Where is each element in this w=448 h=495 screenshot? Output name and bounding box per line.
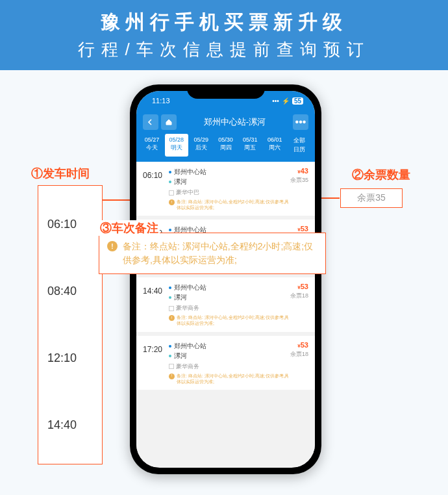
trip-class: 豪华商务	[169, 362, 290, 371]
info-icon: !	[169, 315, 175, 321]
phone-frame: 11:13 ••• ⚡ 55 郑州中心站-漯河 ••• 05/27今天05/28…	[130, 84, 321, 474]
wifi-icon: ⚡	[282, 97, 290, 105]
left-time-item: 06:10	[38, 218, 102, 231]
trip-to: 漯河	[169, 177, 290, 186]
annotation-tickets-left: ②余票数量	[352, 167, 410, 183]
phone-screen: 11:13 ••• ⚡ 55 郑州中心站-漯河 ••• 05/27今天05/28…	[136, 91, 315, 468]
trip-item[interactable]: 17:20 郑州中心站 漯河 豪华商务 !备注: 终点站: 漯河中心站,全程约2…	[136, 336, 315, 390]
annotation-departure-time: ①发车时间	[31, 166, 90, 181]
left-time-item: 08:40	[38, 285, 102, 298]
info-icon: !	[169, 199, 175, 205]
nav-title: 郑州中心站-漯河	[177, 116, 293, 128]
date-tab[interactable]: 05/28明天	[165, 134, 188, 157]
more-button[interactable]: •••	[293, 114, 308, 130]
battery-icon: 55	[292, 97, 303, 105]
date-tabs: 05/27今天05/28明天05/29后天05/30周四05/31周五06/01…	[136, 134, 315, 162]
trip-tickets: 余票18	[290, 292, 308, 300]
checkbox-icon	[169, 190, 174, 196]
middle-note-text: 备注：终点站: 漯河中心站,全程约2小时;高速;仅供参考,具体以实际运营为准;	[123, 240, 317, 267]
trip-from: 郑州中心站	[169, 342, 290, 351]
trip-note: !备注: 终点站: 漯河中心站,全程约2小时;高速;仅供参考,具体以实际运营为准…	[169, 373, 290, 385]
middle-note-callout: ! 备注：终点站: 漯河中心站,全程约2小时;高速;仅供参考,具体以实际运营为准…	[99, 233, 326, 274]
banner-subtitle: 行程/车次信息提前查询预订	[0, 38, 448, 61]
back-button[interactable]	[143, 114, 158, 130]
trip-price: ¥43	[290, 167, 308, 175]
date-tab[interactable]: 06/01周六	[263, 134, 286, 157]
dot-icon	[169, 181, 171, 183]
trip-tickets: 余票18	[290, 350, 308, 359]
date-tab[interactable]: 05/30周四	[214, 134, 238, 157]
phone-notch	[187, 84, 265, 99]
trip-price: ¥53	[290, 341, 308, 349]
status-indicators: ••• ⚡ 55	[272, 97, 303, 105]
trip-time: 06:10	[143, 167, 169, 210]
trip-time: 14:40	[143, 283, 169, 326]
trip-price: ¥53	[290, 225, 308, 233]
trip-to: 漯河	[169, 351, 290, 361]
trip-info: 郑州中心站 漯河 豪华中巴 !备注: 终点站: 漯河中心站,全程约2小时;高速;…	[169, 167, 290, 210]
trip-note: !备注: 终点站: 漯河中心站,全程约2小时;高速;仅供参考,具体以实际运营为准…	[169, 314, 290, 326]
signal-icon: •••	[272, 97, 279, 105]
left-time-item: 14:40	[38, 418, 102, 432]
dot-icon	[169, 229, 171, 231]
trip-right: ¥43 余票35	[290, 167, 308, 210]
status-time: 11:13	[152, 97, 170, 105]
trip-list[interactable]: 06:10 郑州中心站 漯河 豪华中巴 !备注: 终点站: 漯河中心站,全程约2…	[136, 162, 315, 467]
trip-info: 郑州中心站 漯河 豪华商务 !备注: 终点站: 漯河中心站,全程约2小时;高速;…	[169, 283, 290, 326]
trip-from: 郑州中心站	[169, 168, 290, 177]
dot-icon	[169, 355, 171, 357]
checkbox-icon	[169, 364, 174, 369]
trip-class: 豪华中巴	[169, 188, 290, 197]
date-tab[interactable]: 05/27今天	[140, 134, 164, 157]
banner-title: 豫州行手机买票新升级	[0, 9, 448, 36]
home-button[interactable]	[161, 114, 177, 130]
trip-item[interactable]: 14:40 郑州中心站 漯河 豪华商务 !备注: 终点站: 漯河中心站,全程约2…	[136, 277, 315, 331]
date-tab[interactable]: 全部日历	[288, 134, 311, 157]
dot-icon	[169, 286, 171, 289]
dot-icon	[169, 345, 171, 348]
date-tab[interactable]: 05/29后天	[190, 134, 213, 157]
date-tab[interactable]: 05/31周五	[238, 134, 262, 157]
trip-to: 漯河	[169, 293, 290, 302]
annotation-trip-note: ③车次备注	[99, 220, 160, 236]
right-tickets-callout: 余票35	[340, 188, 403, 208]
dot-icon	[169, 296, 171, 299]
trip-right: ¥53 余票18	[290, 341, 308, 385]
left-time-item: 12:10	[38, 351, 102, 365]
trip-info: 郑州中心站 漯河 豪华商务 !备注: 终点站: 漯河中心站,全程约2小时;高速;…	[169, 341, 290, 385]
trip-right: ¥53 余票18	[290, 283, 308, 326]
left-times-callout: 06:10 08:40 12:10 14:40	[38, 185, 103, 464]
header-banner: 豫州行手机买票新升级 行程/车次信息提前查询预订	[0, 0, 448, 70]
trip-class: 豪华商务	[169, 304, 290, 312]
trip-note: !备注: 终点站: 漯河中心站,全程约2小时;高速;仅供参考,具体以实际运营为准…	[169, 199, 290, 210]
trip-time: 17:20	[143, 341, 169, 385]
nav-bar: 郑州中心站-漯河 •••	[136, 110, 315, 134]
trip-tickets: 余票35	[290, 176, 308, 184]
trip-price: ¥53	[290, 283, 308, 290]
dot-icon	[169, 171, 171, 173]
trip-item[interactable]: 06:10 郑州中心站 漯河 豪华中巴 !备注: 终点站: 漯河中心站,全程约2…	[136, 162, 315, 216]
trip-from: 郑州中心站	[169, 283, 290, 292]
info-icon: !	[107, 241, 118, 251]
info-icon: !	[169, 374, 175, 379]
checkbox-icon	[169, 306, 174, 311]
